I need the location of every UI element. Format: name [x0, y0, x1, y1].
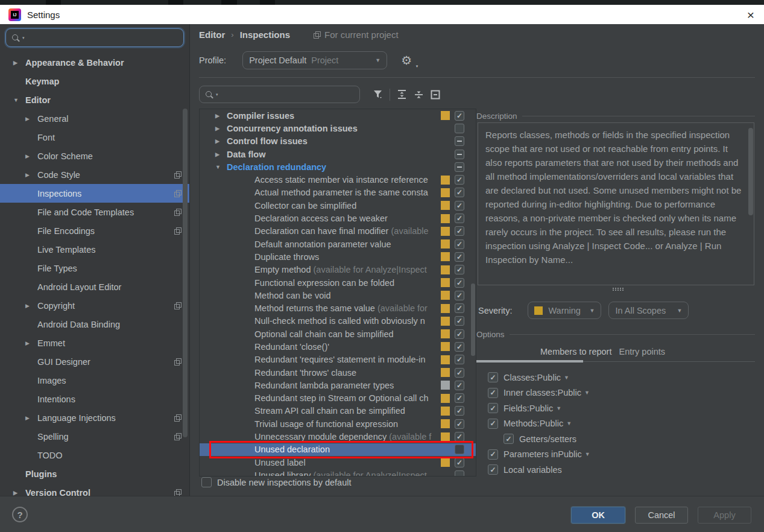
sidebar-item[interactable]: TODO — [0, 446, 190, 464]
expand-arrow-icon[interactable] — [215, 125, 223, 131]
expand-arrow-icon[interactable] — [215, 151, 223, 157]
inspection-checkbox[interactable] — [455, 175, 464, 185]
inspection-row[interactable]: Redundant step in Stream or Optional cal… — [200, 392, 476, 405]
inspection-checkbox[interactable] — [455, 458, 464, 467]
options-tab[interactable]: Members to report — [537, 347, 615, 361]
inspection-row[interactable]: Declaration redundancy — [200, 160, 476, 173]
inspection-checkbox[interactable] — [455, 239, 464, 249]
inspection-checkbox[interactable] — [455, 201, 464, 211]
inspection-row[interactable]: Method can be void — [200, 289, 476, 302]
inspection-row[interactable]: Redundant 'close()' — [200, 340, 476, 353]
tree-scrollbar[interactable] — [471, 283, 475, 356]
sidebar-item[interactable]: Font — [0, 128, 190, 147]
cancel-button[interactable]: Cancel — [635, 507, 688, 524]
inspection-row[interactable]: Declaration can have final modifier (ava… — [200, 225, 476, 238]
sidebar-item[interactable]: File Encodings — [0, 221, 190, 240]
member-option-checkbox[interactable] — [488, 419, 498, 429]
member-option-checkbox[interactable] — [488, 388, 498, 398]
description-scrollbar[interactable] — [748, 128, 753, 215]
inspection-row[interactable]: Empty method (available for Analyze|Insp… — [200, 264, 476, 276]
sidebar-item[interactable]: Plugins — [0, 464, 190, 483]
sidebar-item[interactable]: Spelling — [0, 427, 190, 446]
chevron-down-icon[interactable]: ▼ — [566, 420, 572, 426]
expand-arrow-icon[interactable] — [215, 138, 223, 144]
expand-arrow-icon[interactable] — [13, 97, 21, 103]
inspection-checkbox[interactable] — [455, 214, 464, 223]
inspections-search-input[interactable] — [222, 90, 354, 100]
scope-dropdown[interactable]: In All Scopes ▼ — [608, 302, 689, 319]
inspection-row[interactable]: Stream API call chain can be simplified — [200, 405, 476, 417]
inspection-row[interactable]: Unused declaration — [200, 443, 476, 456]
help-button[interactable]: ? — [12, 507, 28, 522]
inspection-checkbox[interactable] — [455, 393, 464, 403]
sidebar-item[interactable]: Images — [0, 371, 190, 390]
collapse-all-icon[interactable] — [410, 87, 427, 103]
inspection-row[interactable]: Null-check method is called with obvious… — [200, 315, 476, 328]
member-option-checkbox[interactable] — [504, 434, 514, 444]
expand-arrow-icon[interactable] — [13, 490, 21, 496]
expand-arrow-icon[interactable] — [25, 303, 33, 309]
inspection-row[interactable]: Data flow — [200, 148, 476, 160]
sidebar-item[interactable]: Language Injections — [0, 408, 190, 427]
inspection-row[interactable]: Compiler issues — [200, 109, 476, 122]
member-option-checkbox[interactable] — [488, 403, 498, 413]
expand-arrow-icon[interactable] — [215, 164, 223, 170]
ok-button[interactable]: OK — [571, 507, 625, 524]
inspection-row[interactable]: Actual method parameter is the same cons… — [200, 186, 476, 199]
sidebar-item[interactable]: Inspections — [0, 184, 190, 203]
member-option-checkbox[interactable] — [488, 464, 498, 475]
chevron-down-icon[interactable]: ▼ — [585, 451, 590, 457]
inspection-checkbox[interactable] — [455, 303, 464, 313]
breadcrumb-editor[interactable]: Editor — [199, 30, 225, 40]
inspection-checkbox[interactable] — [455, 381, 464, 390]
inspection-row[interactable]: Method returns the same value (available… — [200, 302, 476, 314]
expand-arrow-icon[interactable] — [25, 116, 33, 122]
inspection-checkbox[interactable] — [455, 252, 464, 262]
profile-actions-button[interactable]: ⚙ ▾ — [401, 53, 415, 68]
inspection-checkbox[interactable] — [455, 111, 464, 121]
filter-icon[interactable] — [370, 87, 387, 103]
sidebar-item[interactable]: Live Templates — [0, 240, 190, 259]
inspection-checkbox[interactable] — [455, 329, 464, 339]
inspection-row[interactable]: Unnecessary module dependency (available… — [200, 430, 476, 443]
inspection-row[interactable]: Duplicate throws — [200, 250, 476, 263]
inspection-row[interactable]: Control flow issues — [200, 135, 476, 148]
chevron-down-icon[interactable]: ▼ — [564, 375, 569, 381]
expand-arrow-icon[interactable] — [25, 172, 33, 178]
chevron-down-icon[interactable]: ▼ — [556, 405, 561, 411]
disable-new-inspections-checkbox[interactable] — [201, 477, 212, 487]
inspection-row[interactable]: Access static member via instance refere… — [200, 173, 476, 186]
inspection-row[interactable]: Redundant lambda parameter types — [200, 379, 476, 391]
inspection-checkbox[interactable] — [455, 419, 464, 429]
expand-arrow-icon[interactable] — [25, 153, 33, 159]
sidebar-item[interactable]: Android Data Binding — [0, 315, 190, 334]
inspection-row[interactable]: Unused library (available for Analyze|In… — [200, 469, 476, 477]
sidebar-item[interactable]: Keymap — [0, 72, 190, 90]
inspection-checkbox[interactable] — [455, 188, 464, 197]
chevron-down-icon[interactable]: ▼ — [584, 390, 590, 396]
member-option-checkbox[interactable] — [488, 372, 498, 382]
expand-arrow-icon[interactable] — [25, 340, 33, 346]
inspection-checkbox[interactable] — [455, 226, 464, 236]
expand-arrow-icon[interactable] — [215, 113, 223, 119]
severity-dropdown[interactable]: Warning ▼ — [528, 302, 601, 319]
inspection-checkbox[interactable] — [455, 265, 464, 274]
inspection-row[interactable]: Declaration access can be weaker — [200, 212, 476, 224]
member-option-visibility[interactable]: Public — [540, 419, 564, 428]
expand-all-icon[interactable] — [393, 87, 410, 103]
sidebar-item[interactable]: General — [0, 109, 190, 128]
resize-handle[interactable] — [613, 288, 614, 289]
inspection-row[interactable]: Functional expression can be folded — [200, 276, 476, 289]
sidebar-item[interactable]: Version Control — [0, 483, 190, 496]
member-option-visibility[interactable]: Public — [537, 373, 561, 382]
inspection-checkbox[interactable] — [455, 406, 464, 416]
inspection-row[interactable]: Concurrency annotation issues — [200, 122, 476, 135]
sidebar-item[interactable]: GUI Designer — [0, 352, 190, 371]
inspection-row[interactable]: Unused label — [200, 456, 476, 469]
inspection-row[interactable]: Redundant 'requires' statement in module… — [200, 353, 476, 366]
inspection-checkbox[interactable] — [455, 162, 464, 172]
sidebar-item[interactable]: File Types — [0, 259, 190, 277]
options-tab[interactable]: Entry points — [615, 347, 669, 361]
inspection-checkbox[interactable] — [455, 136, 464, 146]
inspection-checkbox[interactable] — [455, 368, 464, 378]
